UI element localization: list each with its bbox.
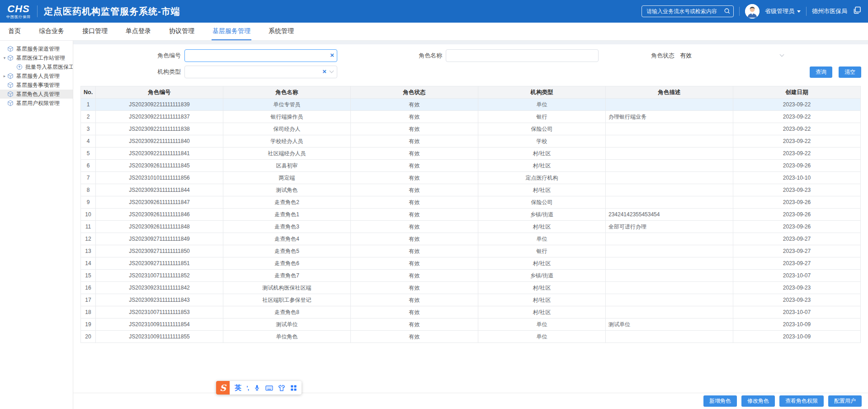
clear-role-id-icon[interactable]: × [330, 51, 334, 59]
role-status-value: 有效 [680, 52, 692, 60]
ime-toolbox-icon[interactable] [290, 385, 297, 391]
sogou-logo-icon[interactable]: S [216, 381, 230, 395]
ime-skin-icon[interactable] [278, 385, 285, 391]
tab-0[interactable]: 首页 [7, 23, 22, 40]
tab-1[interactable]: 综合业务 [38, 23, 65, 40]
table-row[interactable]: 14JS2023092711111111851走查角色6有效村/社区2023-0… [81, 257, 861, 270]
table-row[interactable]: 9JS2023092611111111847走查角色2有效保险公司2023-09… [81, 196, 861, 209]
view-role-permission-button[interactable]: 查看角色权限 [779, 395, 824, 407]
column-header: 角色描述 [606, 86, 733, 99]
sidebar-item-label: 批量导入基层医保工作站 [25, 63, 73, 71]
edit-role-button[interactable]: 修改角色 [741, 395, 775, 407]
sidebar-item-6[interactable]: 基层用户权限管理 [0, 99, 73, 108]
cube-icon [7, 91, 14, 97]
sidebar-item-label: 基层服务事项管理 [16, 81, 60, 89]
header-divider [739, 7, 740, 16]
sidebar-item-label: 基层服务人员管理 [16, 72, 60, 80]
table-row[interactable]: 5JS2023092211111111841社区端经办人员有效村/社区2023-… [81, 147, 861, 160]
tab-3[interactable]: 单点登录 [125, 23, 152, 40]
page-title: 定点医药机构监管服务系统-市端 [44, 5, 180, 18]
ime-mic-icon[interactable] [254, 384, 260, 391]
role-status-select[interactable]: 有效 [678, 49, 788, 62]
org-type-select[interactable] [184, 66, 337, 78]
sidebar-item-2[interactable]: 批量导入基层医保工作站 [0, 62, 73, 71]
sidebar-item-3[interactable]: ▸基层服务人员管理 [0, 71, 73, 81]
table-row[interactable]: 11JS2023092611111111848走查角色3有效村/社区全部可进行办… [81, 221, 861, 233]
clear-org-type-icon[interactable]: × [322, 67, 326, 76]
table-row[interactable]: 8JS2023092311111111844测试角色有效村/社区2023-09-… [81, 184, 861, 196]
tree-caret-down-icon[interactable]: ▾ [2, 56, 7, 60]
ime-keyboard-icon[interactable] [265, 385, 273, 391]
add-role-button[interactable]: 新增角色 [703, 395, 737, 407]
tab-4[interactable]: 协议管理 [168, 23, 195, 40]
table-row[interactable]: 10JS2023092611111111846走查角色1有效乡镇/街道23424… [81, 209, 861, 221]
logo-divider [37, 5, 38, 17]
role-table-head-row: No.角色编号角色名称角色状态机构类型角色描述创建日期 [81, 86, 861, 99]
logo-text: CHS [7, 4, 29, 14]
table-row[interactable]: 13JS2023092711111111850走查角色5有效银行2023-09-… [81, 245, 861, 257]
clear-button[interactable]: 清空 [839, 67, 861, 78]
column-header: 角色状态 [351, 86, 478, 99]
org-name-label: 德州市医保局 [812, 7, 847, 15]
table-row[interactable]: 16JS2023092311111111842测试机构医保社区端有效村/社区20… [81, 282, 861, 294]
table-row[interactable]: 6JS2023092611111111845区县初审有效村/社区2023-09-… [81, 160, 861, 172]
avatar[interactable] [745, 4, 760, 19]
cube-icon [7, 55, 14, 61]
content-separator [73, 41, 868, 44]
chs-logo: CHS 中国医疗保障 [6, 4, 31, 19]
cube-icon [7, 46, 14, 52]
user-menu[interactable]: 省级管理员 [765, 7, 801, 15]
org-type-label: 机构类型 [80, 68, 184, 76]
column-header: 机构类型 [478, 86, 606, 99]
search-icon[interactable] [724, 8, 731, 16]
role-id-input[interactable] [184, 49, 337, 62]
tab-2[interactable]: 接口管理 [81, 23, 108, 40]
sidebar-item-4[interactable]: 基层服务事项管理 [0, 81, 73, 90]
role-status-label: 角色状态 [651, 52, 678, 60]
tab-6[interactable]: 系统管理 [268, 23, 295, 40]
role-table-body: 1JS2023092211111111839单位专管员有效单位2023-09-2… [81, 99, 861, 343]
chevron-down-icon [780, 52, 784, 57]
sidebar-tree: 基层服务渠道管理▾基层医保工作站管理批量导入基层医保工作站▸基层服务人员管理基层… [0, 41, 73, 409]
table-row[interactable]: 2JS2023092211111111837银行端操作员有效银行办理银行端业务2… [81, 111, 861, 123]
global-search [642, 5, 734, 17]
table-row[interactable]: 20JS2023100911111111855单位角色有效单位2023-10-0… [81, 331, 861, 343]
sidebar-item-0[interactable]: 基层服务渠道管理 [0, 44, 73, 53]
ime-punctuation-toggle[interactable]: ’, [246, 385, 249, 391]
assign-user-button[interactable]: 配置用户 [828, 395, 862, 407]
column-header: 角色名称 [223, 86, 351, 99]
column-header: 创建日期 [733, 86, 861, 99]
table-row[interactable]: 15JS2023100711111111852走查角色7有效乡镇/街道2023-… [81, 270, 861, 282]
app-window: CHS 中国医疗保障 定点医药机构监管服务系统-市端 [0, 0, 868, 409]
table-row[interactable]: 17JS2023092311111111843社区端职工参保登记有效村/社区20… [81, 294, 861, 306]
window-switch-icon[interactable] [853, 6, 862, 17]
user-role-label: 省级管理员 [765, 7, 794, 15]
table-row[interactable]: 12JS2023092711111111849走查角色4有效单位2023-09-… [81, 233, 861, 245]
global-search-input[interactable] [642, 5, 734, 17]
sidebar-item-label: 基层服务渠道管理 [16, 45, 60, 53]
table-row[interactable]: 18JS2023100711111111853走查角色8有效村/社区2023-1… [81, 306, 861, 319]
chevron-down-icon [797, 10, 801, 14]
column-header: 角色编号 [96, 86, 223, 99]
logo-subtext: 中国医疗保障 [6, 15, 31, 19]
sidebar-item-label: 基层角色人员管理 [16, 90, 60, 98]
ime-toolbar: S 英 ’, [216, 381, 302, 395]
ime-language-toggle[interactable]: 英 [235, 384, 241, 392]
role-table: No.角色编号角色名称角色状态机构类型角色描述创建日期 1JS202309221… [80, 86, 861, 343]
role-name-label: 角色名称 [419, 52, 446, 60]
table-row[interactable]: 1JS2023092211111111839单位专管员有效单位2023-09-2… [81, 99, 861, 111]
role-id-label: 角色编号 [80, 52, 184, 60]
table-row[interactable]: 19JS2023100911111111854测试单位有效单位测试单位2023-… [81, 319, 861, 331]
table-row[interactable]: 3JS2023092211111111838保司经办人有效保险公司2023-09… [81, 123, 861, 135]
sidebar-item-1[interactable]: ▾基层医保工作站管理 [0, 53, 73, 62]
query-button[interactable]: 查询 [810, 67, 832, 78]
table-row[interactable]: 7JS2023101011111111856两定端有效定点医疗机构2023-10… [81, 172, 861, 184]
role-name-input[interactable] [446, 49, 599, 62]
header-divider [806, 7, 807, 16]
tab-5[interactable]: 基层服务管理 [212, 23, 251, 40]
tree-caret-right-icon[interactable]: ▸ [2, 74, 7, 78]
upload-icon [16, 64, 24, 70]
column-header: No. [81, 86, 96, 99]
table-row[interactable]: 4JS2023092211111111840学校经办人员有效学校2023-09-… [81, 135, 861, 147]
sidebar-item-5[interactable]: 基层角色人员管理 [0, 90, 73, 99]
